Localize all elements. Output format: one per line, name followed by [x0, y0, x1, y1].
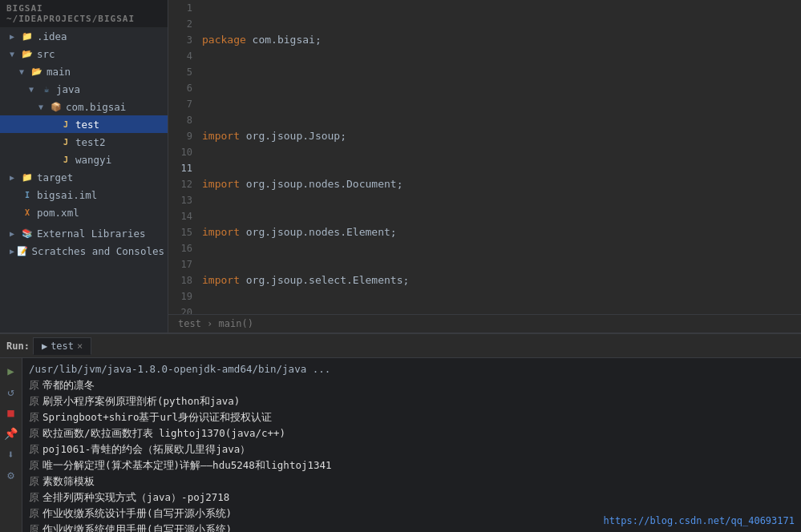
file-java-icon: J — [59, 153, 72, 166]
arrow-icon: ▶ — [48, 138, 59, 147]
output-line-2: 原 刷景小程序案例原理剖析(python和java) — [29, 393, 795, 409]
breadcrumb: test › main() — [168, 314, 801, 332]
file-iml-icon: I — [21, 188, 34, 201]
folder-icon: 📁 — [21, 30, 34, 42]
sidebar-item-pom[interactable]: ▶ X pom.xml — [0, 204, 168, 221]
output-text: 作业收缴系统使用手册(自写开源小系统) — [42, 522, 232, 532]
code-container[interactable]: 1 2 3 4 5 6 7 8 9 10 11 12 13 14 15 16 1… — [168, 0, 801, 314]
code-line: import org.jsoup.nodes.Element; — [202, 224, 801, 240]
stop-icon[interactable]: ■ — [3, 405, 19, 421]
file-java-icon: J — [59, 135, 72, 148]
output-line-7: 原 素数筛模板 — [29, 474, 795, 490]
output-prefix: 原 — [29, 377, 39, 393]
arrow-icon: ▶ — [48, 155, 59, 164]
sidebar-item-src[interactable]: ▼ 📂 src — [0, 45, 168, 62]
sidebar: bigsai ~/IdeaProjects/bigsai ▶ 📁 .idea ▼… — [0, 0, 168, 332]
sidebar-item-label: Scratches and Consoles — [31, 245, 164, 257]
output-line-4: 原 欧拉画数/欧拉画数打表 lightoj1370(java/c++) — [29, 425, 795, 441]
sidebar-item-main[interactable]: ▼ 📂 main — [0, 62, 168, 80]
arrow-icon: ▶ — [10, 208, 21, 217]
settings-icon[interactable]: ⚙ — [3, 467, 19, 483]
bottom-sidebar-icons: ▶ ↺ ■ 📌 ⬇ ⚙ — [0, 358, 22, 532]
sidebar-item-package[interactable]: ▼ 📦 com.bigsai — [0, 98, 168, 115]
output-prefix: 原 — [29, 409, 39, 425]
output-text: Springboot+shiro基于url身份识证和授权认证 — [42, 409, 272, 425]
code-line: import org.jsoup.nodes.Document; — [202, 176, 801, 192]
tab-name-label: test — [51, 341, 74, 352]
bottom-content: ▶ ↺ ■ 📌 ⬇ ⚙ /usr/lib/jvm/java-1.8.0-open… — [0, 358, 801, 532]
arrow-icon: ▼ — [38, 103, 50, 111]
arrow-icon: ▶ — [10, 247, 17, 256]
code-line — [202, 80, 801, 96]
sidebar-item-test[interactable]: ▶ J test — [0, 115, 168, 133]
folder-icon: 📂 — [30, 65, 43, 78]
run-icon[interactable]: ▶ — [3, 363, 19, 379]
output-text: poj1061-青蛙的约会（拓展欧几里得java） — [42, 441, 250, 457]
sidebar-item-idea[interactable]: ▶ 📁 .idea — [0, 27, 168, 45]
output-text: 刷景小程序案例原理剖析(python和java) — [42, 393, 240, 409]
sidebar-item-external-libs[interactable]: ▶ 📚 External Libraries — [0, 224, 168, 242]
java-folder-icon: ☕ — [40, 83, 53, 95]
sidebar-item-label: test2 — [75, 136, 106, 148]
output-prefix: 原 — [29, 425, 39, 441]
output-prefix: 原 — [29, 393, 39, 409]
bottom-panel: Run: ▶ test × ▶ ↺ ■ 📌 ⬇ ⚙ /usr/lib/jvm/j… — [0, 332, 801, 532]
arrow-icon: ▼ — [29, 85, 40, 94]
sidebar-item-bigsai-iml[interactable]: ▶ I bigsai.iml — [0, 186, 168, 204]
sidebar-item-label: wangyi — [75, 154, 111, 166]
run-label: Run: — [6, 341, 30, 352]
sidebar-item-test2[interactable]: ▶ J test2 — [0, 133, 168, 151]
arrow-icon: ▶ — [48, 120, 59, 129]
file-xml-icon: X — [21, 206, 34, 219]
arrow-icon: ▼ — [10, 50, 21, 58]
code-line: import org.jsoup.Jsoup; — [202, 128, 801, 144]
rerun-icon[interactable]: ↺ — [3, 384, 19, 400]
output-prefix: 原 — [29, 441, 39, 457]
output-text: 素数筛模板 — [42, 474, 95, 490]
output-prefix: 原 — [29, 457, 39, 474]
sidebar-item-label: bigsai.iml — [37, 189, 97, 201]
sidebar-item-label: main — [47, 66, 71, 78]
output-line-8: 原 全排列两种实现方式（java）-poj2718 — [29, 490, 795, 506]
code-line: import org.jsoup.select.Elements; — [202, 272, 801, 288]
arrow-icon: ▶ — [10, 229, 21, 238]
scroll-icon[interactable]: ⬇ — [3, 446, 19, 462]
tab-close-button[interactable]: × — [77, 341, 83, 352]
pin-icon[interactable]: 📌 — [3, 425, 19, 441]
output-text: 帝都的凛冬 — [42, 377, 95, 393]
arrow-icon: ▶ — [10, 32, 21, 41]
sidebar-item-target[interactable]: ▶ 📁 target — [0, 168, 168, 186]
arrow-icon: ▶ — [10, 191, 21, 200]
arrow-icon: ▼ — [19, 67, 30, 76]
sidebar-item-java[interactable]: ▼ ☕ java — [0, 80, 168, 98]
tab-icon: ▶ — [42, 341, 47, 352]
sidebar-item-label: target — [37, 171, 73, 183]
sidebar-item-label: test — [75, 119, 99, 131]
sidebar-item-label: .idea — [37, 30, 67, 42]
folder-src-icon: 📂 — [21, 47, 34, 60]
run-tab[interactable]: ▶ test × — [33, 337, 91, 355]
sidebar-item-label: com.bigsai — [66, 101, 126, 113]
sidebar-item-scratches[interactable]: ▶ 📝 Scratches and Consoles — [0, 242, 168, 260]
output-line-1: 原 帝都的凛冬 — [29, 377, 795, 393]
output-prefix: 原 — [29, 474, 39, 490]
scratches-icon: 📝 — [17, 244, 28, 257]
file-java-icon: J — [59, 118, 72, 131]
editor: 1 2 3 4 5 6 7 8 9 10 11 12 13 14 15 16 1… — [168, 0, 801, 332]
output-prefix: 原 — [29, 522, 39, 532]
sidebar-item-wangyi[interactable]: ▶ J wangyi — [0, 151, 168, 168]
sidebar-item-label: src — [37, 48, 55, 60]
code-content[interactable]: package com.bigsai; import org.jsoup.Jso… — [199, 0, 801, 314]
output-line-5: 原 poj1061-青蛙的约会（拓展欧几里得java） — [29, 441, 795, 457]
output-prefix: 原 — [29, 506, 39, 522]
bottom-output[interactable]: /usr/lib/jvm/java-1.8.0-openjdk-amd64/bi… — [22, 358, 801, 532]
code-line: package com.bigsai; — [202, 32, 801, 48]
output-text: 作业收缴系统设计手册(自写开源小系统) — [42, 506, 232, 522]
sidebar-item-label: External Libraries — [37, 228, 145, 240]
url-display: https://blog.csdn.net/qq_40693171 — [604, 513, 795, 529]
output-cmd-line: /usr/lib/jvm/java-1.8.0-openjdk-amd64/bi… — [29, 361, 795, 377]
output-text: 唯一分解定理(算术基本定理)详解——hdu5248和lightoj1341 — [42, 457, 332, 474]
output-text: 全排列两种实现方式（java）-poj2718 — [42, 490, 229, 506]
java-command: /usr/lib/jvm/java-1.8.0-openjdk-amd64/bi… — [29, 361, 330, 377]
output-text: 欧拉画数/欧拉画数打表 lightoj1370(java/c++) — [42, 425, 285, 441]
